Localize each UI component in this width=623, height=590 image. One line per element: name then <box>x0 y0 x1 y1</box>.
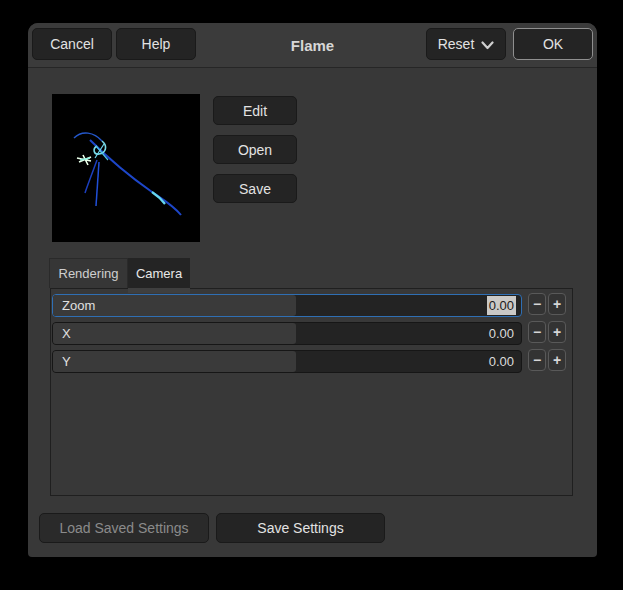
y-slider-label: Y <box>62 351 71 372</box>
x-value-entry[interactable]: 0.00 <box>487 323 516 344</box>
edit-button-label: Edit <box>243 103 267 119</box>
y-slider[interactable]: Y 0.00 <box>52 350 522 373</box>
flame-preview-image <box>52 94 200 242</box>
load-saved-settings-button[interactable]: Load Saved Settings <box>39 513 209 543</box>
plus-icon: + <box>553 353 561 367</box>
save-settings-button[interactable]: Save Settings <box>216 513 385 543</box>
minus-icon: − <box>533 297 541 311</box>
zoom-value-entry[interactable]: 0.00 <box>487 296 516 315</box>
zoom-decrement-button[interactable]: − <box>528 293 546 315</box>
y-increment-button[interactable]: + <box>548 349 566 371</box>
minus-icon: − <box>533 353 541 367</box>
x-slider-label: X <box>62 323 71 344</box>
save-button-label: Save <box>239 181 271 197</box>
y-value-entry[interactable]: 0.00 <box>487 351 516 372</box>
camera-settings-panel: Zoom 0.00 − + X 0.00 − + Y 0.00 − + <box>50 288 573 496</box>
reset-dropdown-button[interactable]: Reset <box>426 28 506 60</box>
y-slider-row: Y 0.00 <box>52 350 522 373</box>
tab-camera-label: Camera <box>136 266 182 281</box>
y-slider-fill <box>53 351 296 372</box>
reset-button-label: Reset <box>438 36 475 52</box>
x-decrement-button[interactable]: − <box>528 321 546 343</box>
plus-icon: + <box>553 297 561 311</box>
y-decrement-button[interactable]: − <box>528 349 546 371</box>
tab-camera[interactable]: Camera <box>128 258 190 288</box>
help-button-label: Help <box>142 36 171 52</box>
tab-rendering[interactable]: Rendering <box>49 258 128 288</box>
cancel-button-label: Cancel <box>50 36 94 52</box>
zoom-slider[interactable]: Zoom 0.00 <box>52 294 522 317</box>
dialog-header: Flame <box>28 23 597 68</box>
plus-icon: + <box>553 325 561 339</box>
save-settings-label: Save Settings <box>257 520 343 536</box>
load-saved-settings-label: Load Saved Settings <box>59 520 188 536</box>
cancel-button[interactable]: Cancel <box>32 28 112 60</box>
zoom-increment-button[interactable]: + <box>548 293 566 315</box>
ok-button[interactable]: OK <box>513 28 593 60</box>
x-slider[interactable]: X 0.00 <box>52 322 522 345</box>
tab-rendering-label: Rendering <box>59 266 119 281</box>
flame-dialog: Flame Cancel Help Reset OK Edit <box>28 23 597 557</box>
zoom-slider-row: Zoom 0.00 <box>52 294 522 317</box>
minus-icon: − <box>533 325 541 339</box>
edit-button[interactable]: Edit <box>213 96 297 125</box>
x-slider-fill <box>53 323 296 344</box>
active-tab-indicator <box>128 288 190 293</box>
save-button[interactable]: Save <box>213 174 297 203</box>
x-increment-button[interactable]: + <box>548 321 566 343</box>
chevron-down-icon <box>481 37 494 53</box>
dialog-title: Flame <box>28 23 597 68</box>
x-slider-row: X 0.00 <box>52 322 522 345</box>
open-button[interactable]: Open <box>213 135 297 164</box>
zoom-slider-label: Zoom <box>62 295 95 316</box>
flame-fractal-graphic <box>52 94 200 242</box>
help-button[interactable]: Help <box>116 28 196 60</box>
open-button-label: Open <box>238 142 272 158</box>
ok-button-label: OK <box>543 36 563 52</box>
